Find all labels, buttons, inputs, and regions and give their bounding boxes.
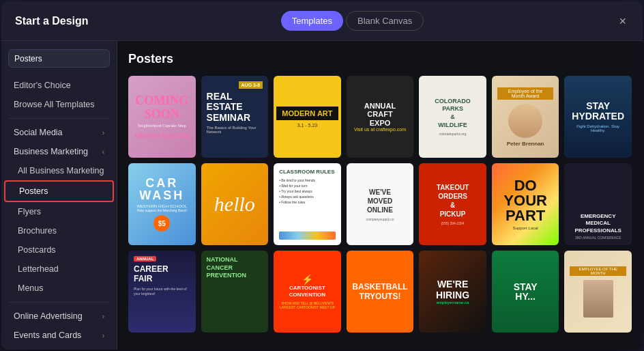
poster-card[interactable]: STAYHY... [492,251,559,333]
poster-price: $5 [153,215,170,231]
poster-title: NationalCancerPrevention [207,256,263,280]
poster-icon: ⚡ [302,274,313,285]
sidebar-item-label: Browse All Templates [14,100,95,109]
poster-subtitle: SHOW AND TELL @ BELLVIEW'S LARGEST CARTO… [278,301,337,309]
poster-title: CARWASH [139,177,184,201]
poster-card[interactable]: COLORADOPARKS&WILDLIFE coloradoparks.org [419,76,486,158]
poster-grid: COMINGSOON Neighborhood Cupcake Shop OPE… [128,76,632,333]
poster-card[interactable]: STAYHYDRATED Fight Dehydration. Stay Hea… [564,76,632,158]
sidebar-item-menus[interactable]: Menus [4,279,114,298]
sidebar-item-label: Letterhead [18,264,59,274]
sidebar-item-label: Events and Cards [14,331,81,340]
poster-card[interactable]: TAKEOUTORDERS&PICKUP (555) 394-2394 [419,163,486,245]
sidebar-item-letterhead[interactable]: Letterhead [4,259,114,279]
tab-templates[interactable]: Templates [281,11,343,31]
poster-card[interactable]: COMINGSOON Neighborhood Cupcake Shop OPE… [128,76,196,158]
poster-title: COLORADOPARKS&WILDLIFE [435,98,471,130]
sidebar-item-flyers[interactable]: Flyers [4,202,114,221]
sidebar-item-social-media[interactable]: Social Media › [4,123,114,142]
poster-badge: Employee of the Month Award [497,87,554,100]
sidebar: × 🔍 Editor's Choice Browse All Templates… [1,41,117,350]
section-title: Posters [128,52,632,66]
poster-subtitle: Plan for your future with the best of yo… [134,287,190,296]
modal-body: × 🔍 Editor's Choice Browse All Templates… [1,41,643,350]
poster-badge: AUG 3-6 [239,81,263,89]
poster-title: COMINGSOON [135,94,188,122]
sidebar-item-label: Posters [19,186,48,196]
sidebar-item-all-business[interactable]: All Business Marketing [4,161,114,180]
main-content: Posters COMINGSOON Neighborhood Cupcake … [117,41,643,350]
close-button[interactable]: × [616,12,629,30]
poster-url: companysupply.co [366,217,394,221]
poster-subtitle: The Basics of Building Your Network [207,126,263,134]
sidebar-item-browse-all[interactable]: Browse All Templates [4,95,114,114]
poster-subtitle: Fight Dehydration. Stay Healthy. [570,124,626,132]
sidebar-item-label: Business Marketing [14,147,88,156]
poster-title: TAKEOUTORDERS&PICKUP [437,183,469,219]
poster-title: ANNUALCRAFTEXPO [364,102,396,126]
sidebar-item-label: Postcards [18,245,56,255]
poster-card[interactable]: CLASSROOM RULES • Be kind to your friend… [274,163,341,245]
poster-card[interactable]: BASKETBALLTRYOUTS! [347,251,414,333]
poster-detail: Help support the Marching Band! [137,208,187,212]
search-bar: × 🔍 [8,49,110,68]
sidebar-item-label: All Business Marketing [18,166,104,176]
poster-card[interactable]: hello [201,163,269,245]
poster-decoration [279,231,336,240]
poster-subtitle: Visit us at craftexpo.com [354,127,406,132]
poster-title: STAYHYDRATED [572,101,624,122]
header-tabs: Templates Blank Canvas [281,11,424,31]
poster-card[interactable]: CARWASH WESTERN HIGH SCHOOL Help support… [128,163,196,245]
poster-avatar [508,104,542,138]
sidebar-item-posters[interactable]: Posters [4,180,114,202]
sidebar-item-editors-choice[interactable]: Editor's Choice [4,76,114,95]
poster-title: EmergencyMedicalProfessionals [574,213,621,234]
poster-title: CAREERFAIR [134,264,190,284]
poster-card[interactable]: Employee of the Month Award Peter Brenna… [492,76,559,158]
poster-date: OPENING MAY 25TH [135,133,189,139]
chevron-right-icon2: › [102,313,104,320]
poster-card[interactable]: MODERN ART 3.1 - 5.23 [274,76,341,158]
poster-title: We'veMovedOnline [367,188,393,214]
chevron-right-icon: › [102,129,104,137]
poster-card[interactable]: ANNUAL CAREERFAIR Plan for your future w… [128,251,196,333]
sidebar-item-brochures[interactable]: Brochures [4,221,114,240]
poster-card[interactable]: We'veMovedOnline companysupply.co [347,163,414,245]
sidebar-item-label: Flyers [18,207,41,216]
poster-card[interactable]: EmergencyMedicalProfessionals 3RD ANNUAL… [564,163,632,245]
sidebar-item-business-marketing[interactable]: Business Marketing ‹ [4,142,114,161]
sidebar-item-events-cards[interactable]: Events and Cards › [4,326,114,345]
poster-subtitle: coloradoparks.org [435,132,471,136]
chevron-right-icon3: › [102,332,104,339]
sidebar-item-label: Social Media [14,128,63,137]
poster-card[interactable]: AUG 3-6 REALESTATESEMINAR The Basics of … [201,76,269,158]
poster-title: REALESTATESEMINAR [207,92,263,123]
poster-card[interactable]: ⚡ CARTOONISTCONVENTION SHOW AND TELL @ B… [274,251,341,333]
divider2 [8,302,110,303]
poster-card[interactable]: ANNUALCRAFTEXPO Visit us at craftexpo.co… [347,76,414,158]
sidebar-item-online-advertising[interactable]: Online Advertising › [4,307,114,326]
poster-title: CLASSROOM RULES [279,169,336,175]
sidebar-item-postcards[interactable]: Postcards [4,240,114,259]
poster-card[interactable]: WE'REHIRING employername.ca [419,251,486,333]
sidebar-item-label: Brochures [18,226,57,236]
tab-blank-canvas[interactable]: Blank Canvas [346,11,424,31]
poster-phone: (555) 394-2394 [441,221,464,225]
poster-title: MODERN ART [276,107,338,120]
modal-header: Start a Design Templates Blank Canvas × [1,1,643,41]
modal-title: Start a Design [15,15,89,27]
sidebar-item-label: Menus [18,283,44,293]
poster-name: Peter Brennan [507,141,544,147]
poster-card[interactable]: EMPLOYEE OF THE MONTH [564,251,632,333]
poster-avatar [583,280,613,318]
poster-card[interactable]: DOYOURPART Support Local [492,163,559,245]
poster-subtitle: Support Local [513,226,538,230]
divider [8,118,110,119]
poster-card[interactable]: NationalCancerPrevention [201,251,269,333]
modal: Start a Design Templates Blank Canvas × … [1,1,643,350]
search-input[interactable] [14,54,117,64]
poster-subtitle: employername.ca [437,300,469,305]
poster-title: hello [214,193,255,216]
poster-badge: EMPLOYEE OF THE MONTH [570,266,626,276]
chevron-down-icon: ‹ [102,148,104,156]
